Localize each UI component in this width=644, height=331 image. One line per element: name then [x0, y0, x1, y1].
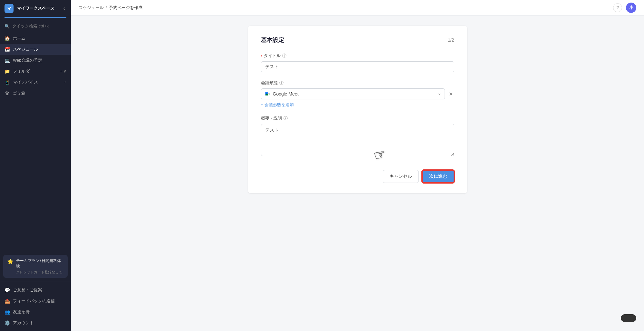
add-device-icon[interactable]: + [64, 80, 66, 85]
quick-search-label: クイック検索 ctrl+k [12, 23, 49, 29]
help-button[interactable]: ? [613, 3, 622, 12]
sidebar-item-label: Web会議の予定 [13, 57, 66, 63]
title-help-icon[interactable]: ⓘ [282, 53, 286, 59]
folder-actions: + ∨ [60, 69, 66, 74]
form-title: 基本設定 [261, 36, 284, 44]
promo-banner[interactable]: ⭐ チームプラン7日間無料体験 クレジットカード登録なしで [3, 255, 68, 278]
sidebar-item-label: スケジュール [13, 46, 66, 52]
quick-search[interactable]: 🔍 クイック検索 ctrl+k [0, 21, 71, 32]
sidebar-item-label: フォルダ [13, 68, 57, 74]
trash-icon: 🗑 [5, 91, 10, 96]
description-textarea[interactable]: テスト [261, 124, 454, 156]
sidebar-item-schedule[interactable]: 📅 スケジュール [0, 44, 71, 55]
add-meeting-type-link[interactable]: + 会議形態を追加 [261, 102, 454, 108]
breadcrumb-parent: スケジュール [79, 5, 104, 11]
sidebar: マ マイワークスペース ‹ 🔍 クイック検索 ctrl+k 🏠 ホーム 📅 スケ… [0, 0, 71, 331]
clear-meeting-type-button[interactable]: ✕ [447, 90, 454, 98]
breadcrumb-separator: / [106, 5, 107, 10]
my-device-icon: 📱 [5, 80, 10, 85]
title-input[interactable] [261, 61, 454, 72]
promo-subtitle: クレジットカード登録なしで [16, 270, 64, 275]
sidebar-bottom: 💬 ご意見・ご提案 📤 フィードバックの送信 👥 友達招待 ⚙️ アカウント [0, 282, 71, 331]
meeting-type-field-group: 会議形態 ⓘ Google Meet [261, 80, 454, 108]
title-label: • タイトル ⓘ [261, 53, 454, 59]
meeting-type-label: 会議形態 ⓘ [261, 80, 454, 86]
select-chevron-icon: ∨ [438, 92, 441, 96]
sidebar-item-label: ホーム [13, 35, 66, 41]
description-field-group: 概要・説明 ⓘ テスト [261, 115, 454, 157]
title-label-text: タイトル [264, 53, 281, 59]
topbar: スケジュール / 予約ページを作成 ? 小 [71, 0, 644, 15]
home-icon: 🏠 [5, 36, 10, 41]
send-feedback-icon: 📤 [5, 298, 10, 304]
breadcrumb: スケジュール / 予約ページを作成 [79, 5, 142, 11]
device-actions: + [64, 80, 66, 85]
add-meeting-type-label: + 会議形態を追加 [261, 102, 294, 108]
folder-icon: 📁 [5, 69, 10, 74]
meeting-type-help-icon[interactable]: ⓘ [279, 80, 284, 86]
sidebar-collapse-button[interactable]: ‹ [62, 5, 66, 12]
add-folder-icon[interactable]: + [60, 69, 62, 74]
form-footer: キャンセル 次に進む [261, 165, 454, 183]
workspace-color-bar [5, 17, 66, 18]
user-avatar[interactable]: 小 [626, 3, 636, 13]
sidebar-item-label: ゴミ箱 [13, 90, 66, 96]
topbar-actions: ? 小 [613, 3, 636, 13]
google-meet-icon [265, 91, 270, 96]
sidebar-item-trash[interactable]: 🗑 ゴミ箱 [0, 88, 71, 99]
workspace-name: マイワークスペース [17, 5, 59, 11]
web-meeting-icon: 💻 [5, 58, 10, 63]
sidebar-item-send-feedback[interactable]: 📤 フィードバックの送信 [0, 296, 71, 306]
status-bubble [621, 314, 636, 322]
meeting-type-label-text: 会議形態 [261, 80, 278, 86]
cancel-button[interactable]: キャンセル [383, 170, 419, 183]
promo-title: チームプラン7日間無料体験 [16, 258, 64, 269]
search-icon: 🔍 [5, 24, 10, 29]
sidebar-item-web-meeting[interactable]: 💻 Web会議の予定 [0, 55, 71, 66]
sidebar-item-label: マイデバイス [13, 79, 61, 85]
sidebar-item-folder[interactable]: 📁 フォルダ + ∨ [0, 66, 71, 77]
meeting-type-select[interactable]: Google Meet ∨ [261, 88, 445, 99]
form-header: 基本設定 1/2 [261, 36, 454, 44]
sidebar-nav: 🏠 ホーム 📅 スケジュール 💻 Web会議の予定 📁 フォルダ + ∨ 📱 マ… [0, 32, 71, 251]
description-label: 概要・説明 ⓘ [261, 115, 454, 121]
sidebar-item-label: フィードバックの送信 [13, 298, 66, 304]
chevron-down-icon[interactable]: ∨ [63, 69, 66, 74]
schedule-icon: 📅 [5, 47, 10, 52]
sidebar-item-my-device[interactable]: 📱 マイデバイス + [0, 77, 71, 88]
form-step: 1/2 [448, 37, 454, 43]
sidebar-item-account[interactable]: ⚙️ アカウント [0, 317, 71, 328]
promo-icon: ⭐ [7, 258, 14, 265]
sidebar-item-opinion[interactable]: 💬 ご意見・ご提案 [0, 285, 71, 296]
main-content: スケジュール / 予約ページを作成 ? 小 基本設定 1/2 • タイトル ⓘ [71, 0, 644, 331]
sidebar-item-label: 友達招待 [13, 309, 66, 315]
breadcrumb-current: 予約ページを作成 [109, 5, 142, 11]
required-marker: • [261, 54, 263, 58]
description-label-text: 概要・説明 [261, 115, 282, 121]
sidebar-header: マ マイワークスペース ‹ [0, 0, 71, 17]
invite-icon: 👥 [5, 309, 10, 315]
sidebar-item-home[interactable]: 🏠 ホーム [0, 33, 71, 44]
workspace-logo[interactable]: マ [5, 4, 14, 13]
description-help-icon[interactable]: ⓘ [284, 115, 288, 121]
page-content: 基本設定 1/2 • タイトル ⓘ 会議形態 ⓘ [71, 15, 644, 331]
opinion-icon: 💬 [5, 287, 10, 293]
promo-content: チームプラン7日間無料体験 クレジットカード登録なしで [16, 258, 64, 275]
sidebar-item-invite[interactable]: 👥 友達招待 [0, 306, 71, 317]
form-container: 基本設定 1/2 • タイトル ⓘ 会議形態 ⓘ [248, 26, 467, 193]
sidebar-item-label: アカウント [13, 320, 66, 326]
account-icon: ⚙️ [5, 320, 10, 326]
meeting-type-value: Google Meet [273, 91, 436, 96]
next-button[interactable]: 次に進む [422, 170, 454, 183]
meeting-type-wrapper: Google Meet ∨ ✕ [261, 88, 454, 99]
title-field-group: • タイトル ⓘ [261, 53, 454, 72]
sidebar-item-label: ご意見・ご提案 [13, 287, 66, 293]
